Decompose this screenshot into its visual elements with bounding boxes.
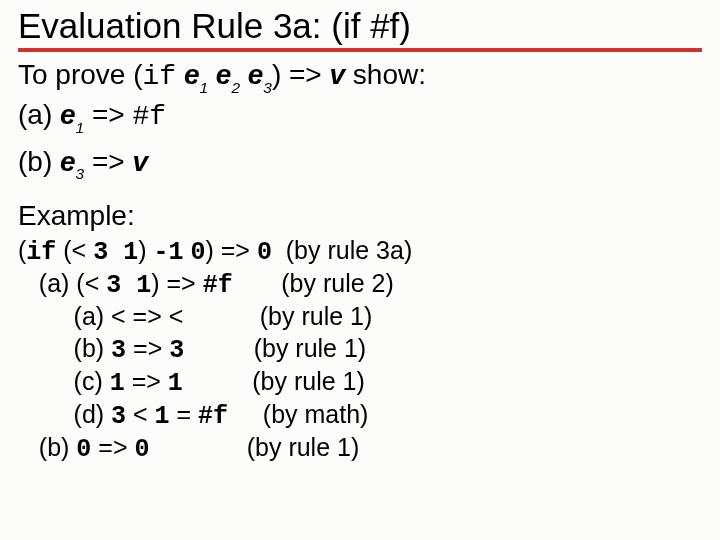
note: (by rule 1) — [149, 433, 359, 461]
note: (by rule 1) — [183, 367, 365, 395]
text: (a) (< — [18, 269, 106, 297]
sub-3: 3 — [76, 165, 85, 182]
false-literal: #f — [132, 101, 166, 132]
example-heading: Example: — [18, 197, 702, 235]
text: ) => — [151, 269, 202, 297]
literal: 3 — [111, 336, 126, 365]
space — [176, 59, 184, 90]
text: (b) — [18, 433, 76, 461]
text: (a) < => < — [18, 302, 183, 330]
var-e: e — [184, 59, 200, 90]
step-a: (a) e1 => #f — [18, 96, 702, 136]
text: show: — [345, 59, 426, 90]
literal: 0 — [76, 435, 91, 464]
literal: 3 1 — [93, 238, 138, 267]
literal: 1 — [110, 369, 125, 398]
label: (b) — [18, 146, 60, 177]
to-prove-line: To prove (if e1 e2 e3) => v show: — [18, 56, 702, 96]
text: = — [170, 400, 199, 428]
text: ) => — [205, 236, 256, 264]
if-keyword: if — [143, 61, 177, 92]
var-v: v — [329, 59, 345, 90]
literal: 3 — [111, 402, 126, 431]
text: => — [91, 433, 134, 461]
false-literal: #f — [203, 271, 233, 300]
result: 0 — [257, 238, 272, 267]
if-keyword: if — [26, 238, 56, 267]
text: (b) — [18, 334, 111, 362]
literal: 3 1 — [106, 271, 151, 300]
sub-3: 3 — [263, 79, 272, 96]
label: (a) — [18, 99, 60, 130]
note: (by rule 1) — [184, 334, 366, 362]
example-line-3: (a) < => < (by rule 1) — [18, 301, 702, 332]
example-line-1: (if (< 3 1) -1 0) => 0 (by rule 3a) — [18, 235, 702, 268]
sub-1: 1 — [76, 119, 85, 136]
example-line-7: (b) 0 => 0 (by rule 1) — [18, 432, 702, 465]
slide: Evaluation Rule 3a: (if #f) To prove (if… — [0, 0, 720, 466]
text: ) — [138, 236, 153, 264]
slide-title: Evaluation Rule 3a: (if #f) — [18, 6, 702, 52]
slide-body: To prove (if e1 e2 e3) => v show: (a) e1… — [18, 56, 702, 466]
example-line-4: (b) 3 => 3 (by rule 1) — [18, 333, 702, 366]
space — [208, 59, 216, 90]
text: To prove ( — [18, 59, 143, 90]
sub-1: 1 — [199, 79, 208, 96]
arrow: => — [84, 99, 132, 130]
arrow: => — [84, 146, 132, 177]
note: (by math) — [228, 400, 368, 428]
var-e: e — [60, 99, 76, 130]
space — [240, 59, 248, 90]
note: (by rule 1) — [183, 302, 372, 330]
literal: 0 — [190, 238, 205, 267]
var-e: e — [216, 59, 232, 90]
var-e: e — [248, 59, 264, 90]
text: (< — [56, 236, 93, 264]
literal: 0 — [134, 435, 149, 464]
example-block: (if (< 3 1) -1 0) => 0 (by rule 3a) (a) … — [18, 235, 702, 466]
note: (by rule 2) — [233, 269, 394, 297]
note: (by rule 3a) — [272, 236, 412, 264]
example-line-2: (a) (< 3 1) => #f (by rule 2) — [18, 268, 702, 301]
sub-2: 2 — [231, 79, 240, 96]
example-line-6: (d) 3 < 1 = #f (by math) — [18, 399, 702, 432]
text: => — [125, 367, 168, 395]
literal: -1 — [153, 238, 183, 267]
literal: 1 — [155, 402, 170, 431]
step-b: (b) e3 => v — [18, 143, 702, 183]
text: < — [126, 400, 155, 428]
literal: 1 — [168, 369, 183, 398]
text: ) => — [272, 59, 330, 90]
text: (d) — [18, 400, 111, 428]
var-e: e — [60, 146, 76, 177]
false-literal: #f — [198, 402, 228, 431]
var-v: v — [132, 146, 148, 177]
text: => — [126, 334, 169, 362]
text: (c) — [18, 367, 110, 395]
literal: 3 — [169, 336, 184, 365]
example-line-5: (c) 1 => 1 (by rule 1) — [18, 366, 702, 399]
